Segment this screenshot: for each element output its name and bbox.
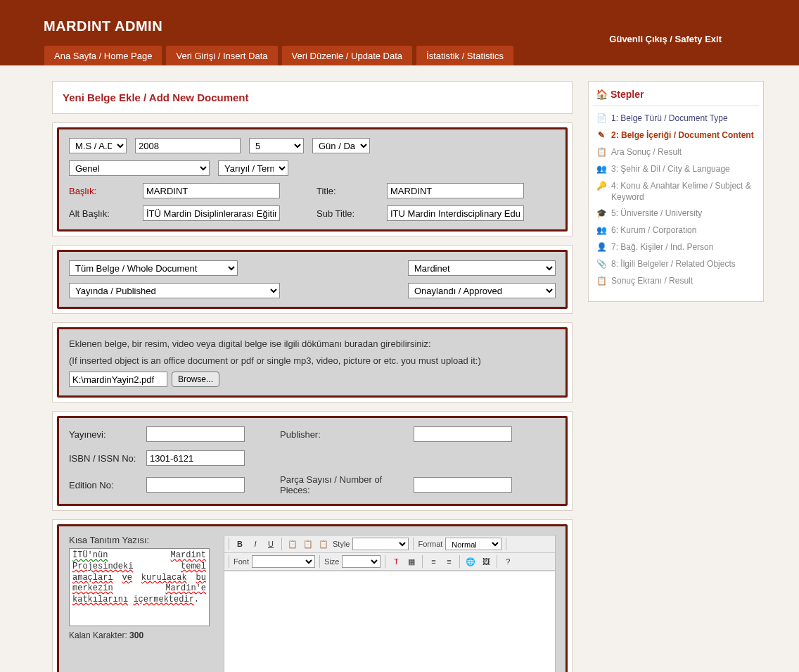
style-select[interactable] [352, 538, 409, 550]
step-2[interactable]: ✎ 2: Belge İçeriği / Document Content [593, 127, 759, 144]
size-label: Size [324, 557, 339, 566]
font-label: Font [234, 557, 249, 566]
kisa-label: Kısa Tanıtım Yazısı: [69, 535, 206, 545]
home-icon: 🏠 [596, 89, 608, 100]
ul-icon[interactable]: ≡ [442, 555, 455, 568]
title-label: Title: [317, 186, 387, 196]
nav-update[interactable]: Veri Düzenle / Update Data [282, 46, 413, 65]
day-select[interactable]: Gün / Day [312, 138, 370, 153]
nav-insert[interactable]: Veri Girişi / Insert Data [166, 46, 277, 65]
page-title: Yeni Belge Ekle / Add New Document [63, 91, 249, 103]
university-icon: 🎓 [596, 208, 607, 220]
help-icon[interactable]: ? [501, 555, 514, 568]
baslik-label: Başlık: [69, 186, 143, 196]
step-5[interactable]: 🎓 5: Üniversite / University [593, 205, 759, 222]
link-icon[interactable]: 🌐 [464, 555, 477, 568]
stepler-title: Stepler [611, 89, 644, 100]
kalan-karakter: Kalan Karakter: 300 [69, 630, 206, 640]
altbaslik-input[interactable] [143, 205, 280, 221]
edition-input[interactable] [146, 477, 245, 493]
step-1[interactable]: 📄 1: Belge Türü / Document Type [593, 110, 759, 127]
pub-status-select[interactable]: Yayında / Published [69, 283, 280, 298]
subtitle-input[interactable] [387, 205, 524, 221]
step-7[interactable]: 👤 7: Bağ. Kişiler / Ind. Person [593, 239, 759, 256]
pieces-input[interactable] [414, 477, 512, 493]
image-icon[interactable]: 🖼 [480, 555, 492, 568]
step-3[interactable]: 👥 3: Şehir & Dil / City & Language [593, 161, 759, 178]
building-icon: 👥 [596, 225, 607, 236]
pencil-icon: ✎ [596, 130, 607, 141]
copy-icon[interactable]: 📋 [286, 538, 299, 550]
approval-select[interactable]: Onaylandı / Approved [408, 283, 556, 298]
step-8[interactable]: 📎 8: İlgili Belgeler / Related Objects [593, 256, 759, 273]
globe-icon: 👥 [596, 164, 607, 175]
month-select[interactable]: 5 [249, 138, 304, 153]
isbn-label: ISBN / ISSN No: [69, 453, 146, 464]
bg-color-icon[interactable]: ▦ [405, 555, 418, 568]
baslik-input[interactable] [143, 183, 280, 198]
yayinevi-label: Yayınevi: [69, 429, 146, 440]
subtitle-label: Sub Title: [317, 208, 387, 219]
nav-tabs: Ana Sayfa / Home Page Veri Girişi / Inse… [44, 46, 513, 65]
yayinevi-input[interactable] [146, 426, 245, 442]
bold-icon[interactable]: B [234, 538, 246, 550]
year-input[interactable] [135, 138, 241, 153]
brand-title: MARDINT ADMIN [44, 18, 162, 34]
text-color-icon[interactable]: T [390, 555, 402, 568]
publisher-label: Publisher: [280, 429, 414, 440]
paste-word-icon[interactable]: 📋 [317, 538, 330, 550]
isbn-input[interactable] [146, 450, 245, 466]
era-select[interactable]: M.S / A.D [69, 138, 127, 153]
nav-home[interactable]: Ana Sayfa / Home Page [44, 46, 162, 65]
step-6[interactable]: 👥 6: Kurum / Corporation [593, 222, 759, 239]
category-select[interactable]: Genel [69, 160, 210, 176]
italic-icon[interactable]: I [249, 538, 262, 550]
ol-icon[interactable]: ≡ [427, 555, 440, 568]
style-label: Style [333, 540, 350, 548]
attachment-icon: 📎 [596, 259, 607, 270]
nav-stats[interactable]: İstatistik / Statistics [416, 46, 513, 65]
edition-label: Edition No: [69, 480, 146, 490]
upload-note-tr: Eklenen belge, bir resim, video veya dig… [69, 338, 556, 350]
list-icon: 📋 [596, 147, 607, 158]
title-input[interactable] [387, 183, 524, 198]
size-select[interactable] [342, 555, 381, 568]
upload-note-en: (If inserted object is an office documen… [69, 355, 556, 367]
step-result-1[interactable]: 📋 Ara Sonuç / Result [593, 144, 759, 161]
page-icon: 📄 [596, 113, 607, 125]
person-icon: 👤 [596, 242, 607, 253]
publisher-input[interactable] [414, 426, 512, 442]
kisa-textarea[interactable]: İTÜ'nün Mardint Projesindeki temel amaçl… [69, 548, 210, 626]
format-label: Format [418, 540, 442, 548]
safety-exit-link[interactable]: Güvenli Çıkış / Safety Exit [609, 34, 722, 44]
altbaslik-label: Alt Başlık: [69, 208, 143, 219]
format-select[interactable]: Normal [445, 538, 501, 550]
term-select[interactable]: Yarıyıl / Term [218, 160, 288, 176]
key-icon: 🔑 [596, 181, 607, 192]
browse-button[interactable]: Browse... [172, 372, 219, 387]
font-select[interactable] [252, 555, 315, 568]
editor-body-tr[interactable] [224, 571, 555, 672]
source-select[interactable]: Mardinet [408, 260, 556, 276]
scope-select[interactable]: Tüm Belge / Whole Document [69, 260, 238, 276]
underline-icon[interactable]: U [264, 538, 277, 550]
file-path-input[interactable] [69, 372, 167, 387]
list-icon: 📋 [596, 276, 607, 287]
paste-icon[interactable]: 📋 [302, 538, 314, 550]
pieces-label: Parça Sayısı / Number of Pieces: [280, 474, 414, 495]
step-4[interactable]: 🔑 4: Konu & Anahtar Kelime / Subject & K… [593, 178, 759, 205]
step-result-2[interactable]: 📋 Sonuç Ekranı / Result [593, 273, 759, 290]
rich-editor-tr[interactable]: B I U 📋 📋 📋 Style Format Normal [224, 535, 556, 672]
